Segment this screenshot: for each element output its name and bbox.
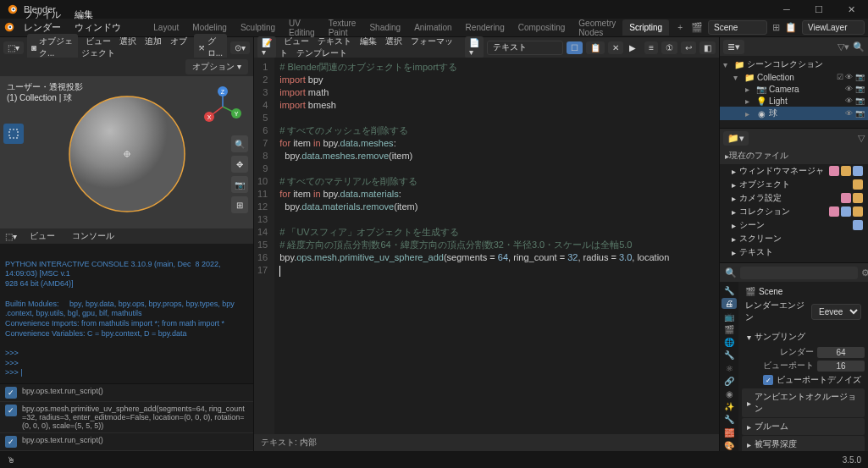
outliner-type-icon[interactable]: ≣▾ xyxy=(723,40,744,54)
viewport-footer: ⬚▾ ビュー コンソール xyxy=(0,228,253,244)
scene-browse-icon[interactable]: ⊞ xyxy=(772,22,780,33)
outliner-item-Light[interactable]: ▸💡Light👁 📷 xyxy=(720,95,868,107)
workspace-tab-sculpting[interactable]: Sculpting xyxy=(234,19,282,36)
text-menu-選択[interactable]: 選択 xyxy=(381,35,406,47)
python-console[interactable]: PYTHON INTERACTIVE CONSOLE 3.10.9 (main,… xyxy=(0,244,253,383)
text-line-numbers-icon[interactable]: ① xyxy=(661,41,677,54)
code-area[interactable]: # Blender関連のオブジェクトをimportするimport bpyimp… xyxy=(274,58,719,434)
text-wrap-icon[interactable]: ↩ xyxy=(681,41,696,54)
workspace-tab-rendering[interactable]: Rendering xyxy=(459,19,511,36)
props-panel-被写界深度[interactable]: ▸被写界深度 xyxy=(742,436,865,451)
filebrowser-row[interactable]: ▸スクリーン xyxy=(720,232,868,245)
fb-filter-icon[interactable]: ▽ xyxy=(858,133,865,144)
filebrowser-type-icon[interactable]: 📁▾ xyxy=(723,131,749,146)
text-register-toggle[interactable]: ☐ xyxy=(567,41,583,54)
text-unlink-icon[interactable]: ✕ xyxy=(608,41,623,54)
props-tab-9[interactable]: ✨ xyxy=(721,401,737,412)
maximize-button[interactable]: ☐ xyxy=(804,1,834,18)
close-button[interactable]: ✕ xyxy=(836,1,866,18)
viewport-menu-追加[interactable]: 追加 xyxy=(141,35,166,47)
info-log-item[interactable]: ✓bpy.ops.text.run_script() xyxy=(0,433,253,451)
filebrowser-row[interactable]: ▸シーン xyxy=(720,218,868,232)
filebrowser-row[interactable]: ▸テキスト xyxy=(720,245,868,259)
props-search-input[interactable] xyxy=(740,267,858,279)
text-new-icon[interactable]: 📋 xyxy=(586,41,605,54)
collection-row[interactable]: ▾📁 Collection ☑ 👁 📷 xyxy=(720,71,868,83)
scene-icon-small: 🎬 xyxy=(745,287,755,296)
camera-view-icon[interactable]: 📷 xyxy=(231,176,248,193)
3d-viewport[interactable]: ユーザー・透視投影 (1) Collection | 球 xyxy=(0,76,253,228)
props-tab-6[interactable]: ⚛ xyxy=(721,362,737,373)
axis-gizmo[interactable]: X Y Z xyxy=(202,86,243,127)
props-tab-7[interactable]: 🔗 xyxy=(721,376,737,387)
props-tab-2[interactable]: 📺 xyxy=(721,311,737,322)
info-log-item[interactable]: ✓bpy.ops.mesh.primitive_uv_sphere_add(se… xyxy=(0,402,253,433)
props-tab-1[interactable]: 🖨 xyxy=(721,298,737,309)
console-view-menu[interactable]: ビュー xyxy=(25,228,59,244)
viewport-menu-ビュー[interactable]: ビュー xyxy=(81,35,115,47)
filebrowser-row[interactable]: ▸オブジェクト xyxy=(720,178,868,191)
sampling-header[interactable]: ▾ サンプリング xyxy=(742,328,865,345)
props-tab-0[interactable]: 🔧 xyxy=(721,285,737,296)
text-highlight-icon[interactable]: ◧ xyxy=(699,41,716,54)
render-samples-input[interactable]: 64 xyxy=(817,347,865,358)
workspace-tab-animation[interactable]: Animation xyxy=(407,19,458,36)
text-menu-ビュー[interactable]: ビュー xyxy=(279,35,313,47)
props-panel-ブルーム[interactable]: ▸ブルーム xyxy=(742,418,865,435)
props-tab-3[interactable]: 🎬 xyxy=(721,324,737,335)
text-datablock-icon[interactable]: 📄▾ xyxy=(465,36,484,58)
workspace-tab-geometry-nodes[interactable]: Geometry Nodes xyxy=(572,15,622,41)
text-menu-編集[interactable]: 編集 xyxy=(356,35,381,47)
outliner-item-球[interactable]: ▸◉球👁 📷 xyxy=(720,107,868,120)
workspace-tab-compositing[interactable]: Compositing xyxy=(511,19,572,36)
info-log-item[interactable]: ✓bpy.ops.text.run_script() xyxy=(0,384,253,402)
add-workspace-button[interactable]: + xyxy=(671,19,689,36)
uv-sphere-object[interactable] xyxy=(64,91,190,218)
text-editor-header: 📝▾ ビューテキスト編集選択フォーマットテンプレート 📄▾ ☐ 📋 ✕ ▶ ≡ … xyxy=(254,37,719,58)
options-dropdown[interactable]: オプション ▾ xyxy=(185,59,248,74)
render-engine-select[interactable]: Eevee xyxy=(811,304,861,320)
editor-type-icon[interactable]: ⬚▾ xyxy=(3,41,24,54)
filter-icon[interactable]: ▽▾ xyxy=(838,41,849,52)
viewport-menu-選択[interactable]: 選択 xyxy=(115,35,141,47)
scene-collection-row[interactable]: ▾📁 シーンコレクション xyxy=(720,58,868,71)
file-browser-title[interactable]: 現在のファイル xyxy=(729,150,788,162)
blender-menu-icon[interactable] xyxy=(3,21,15,35)
scene-icon: 🎬 xyxy=(691,22,703,33)
workspace-tab-layout[interactable]: Layout xyxy=(147,19,185,36)
search-icon[interactable]: 🔍 xyxy=(853,41,865,52)
filebrowser-row[interactable]: ▸コレクション xyxy=(720,205,868,218)
zoom-icon[interactable]: 🔍 xyxy=(231,135,248,152)
console-console-menu[interactable]: コンソール xyxy=(68,228,119,244)
run-script-button[interactable]: ▶ xyxy=(627,40,638,55)
props-tab-5[interactable]: 🔧 xyxy=(721,350,737,361)
outliner-item-Camera[interactable]: ▸📷Camera👁 📷 xyxy=(720,83,868,95)
pan-icon[interactable]: ✥ xyxy=(231,156,248,173)
text-name-input[interactable] xyxy=(487,41,563,55)
pivot-icon[interactable]: ⊙▾ xyxy=(230,41,250,54)
perspective-icon[interactable]: ⊞ xyxy=(231,196,248,213)
select-tool-icon[interactable] xyxy=(3,124,24,144)
viewlayer-input[interactable] xyxy=(802,20,865,35)
props-panel-アンビエントオクルージョン[interactable]: ▸アンビエントオクルージョン xyxy=(742,388,865,417)
text-editor[interactable]: 1234567891011121314151617 # Blender関連のオブ… xyxy=(254,58,719,434)
props-tab-4[interactable]: 🌐 xyxy=(721,337,737,348)
minimize-button[interactable]: ─ xyxy=(771,1,802,18)
props-tab-8[interactable]: ◉ xyxy=(721,388,737,399)
text-editor-type-icon[interactable]: 📝▾ xyxy=(257,36,276,58)
filebrowser-row[interactable]: ▸ウィンドウマネージャ xyxy=(720,164,868,178)
text-menu-テキスト[interactable]: テキスト xyxy=(313,35,356,47)
props-tab-12[interactable]: 🎨 xyxy=(721,440,737,451)
workspace-tab-shading[interactable]: Shading xyxy=(362,19,407,36)
viewport-samples-input[interactable]: 16 xyxy=(817,361,865,372)
props-tab-10[interactable]: 🔧 xyxy=(721,414,737,425)
filebrowser-row[interactable]: ▸カメラ設定 xyxy=(720,191,868,205)
viewport-denoise-checkbox[interactable]: ✓ xyxy=(763,375,773,385)
editor-type-console-icon[interactable]: ⬚▾ xyxy=(5,232,17,241)
props-tab-11[interactable]: 🧱 xyxy=(721,427,737,438)
props-options-icon[interactable]: ⚙ xyxy=(861,267,868,278)
scene-name-input[interactable] xyxy=(708,20,767,35)
menu-ウィンドウ[interactable]: ウィンドウ xyxy=(68,19,128,35)
text-syntax-icon[interactable]: ≡ xyxy=(644,41,658,54)
workspace-tab-scripting[interactable]: Scripting xyxy=(622,19,669,36)
